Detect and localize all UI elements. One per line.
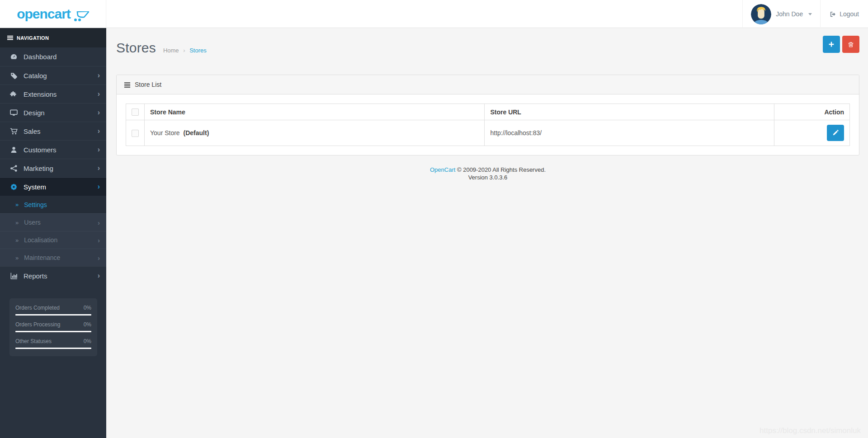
navigation-header: NAVIGATION (0, 28, 106, 47)
action-cell (774, 120, 849, 146)
order-stats-panel: Orders Completed 0% Orders Processing 0%… (9, 298, 97, 356)
breadcrumb: Home › Stores (163, 47, 207, 54)
watermark: https://blog.csdn.net/simonluk (760, 426, 861, 435)
opencart-footer-link[interactable]: OpenCart (430, 166, 455, 173)
sidebar-item-label: System (24, 183, 98, 191)
double-angle-icon: » (15, 237, 19, 244)
caret-down-icon (808, 13, 812, 15)
stat-label: Orders Processing (15, 321, 60, 328)
chevron-right-icon: › (98, 272, 100, 279)
sidebar-item-marketing[interactable]: Marketing › (0, 159, 106, 177)
sidebar-menu-bottom: Reports › (0, 266, 106, 285)
chevron-right-icon: › (98, 127, 100, 135)
double-angle-icon: » (15, 201, 19, 208)
table-header-row: Store Name Store URL Action (126, 104, 850, 120)
bar-chart-icon (10, 272, 18, 280)
add-store-button[interactable] (823, 36, 840, 53)
store-url-cell: http://localhost:83/ (485, 120, 774, 146)
stat-orders-processing: Orders Processing 0% (15, 321, 91, 332)
store-name-cell: Your Store (Default) (145, 120, 485, 146)
sidebar-item-customers[interactable]: Customers › (0, 140, 106, 159)
hamburger-icon (7, 35, 13, 41)
panel-body: Store Name Store URL Action Your Store (… (117, 94, 859, 155)
sidebar-item-label: Customers (24, 146, 98, 154)
column-store-name: Store Name (145, 104, 485, 120)
breadcrumb-home-link[interactable]: Home (163, 47, 179, 54)
sub-item-label: Settings (24, 201, 47, 208)
progress-bar (15, 348, 91, 349)
sidebar-item-label: Reports (24, 272, 98, 280)
sub-item-label: Localisation (24, 236, 57, 244)
stat-orders-completed: Orders Completed 0% (15, 305, 91, 316)
sign-out-icon (830, 11, 836, 18)
sidebar-item-reports[interactable]: Reports › (0, 266, 106, 285)
cart-logo-icon (74, 11, 89, 21)
sidebar-item-label: Dashboard (24, 53, 100, 61)
pencil-icon (832, 130, 839, 136)
delete-store-button[interactable] (842, 36, 859, 53)
avatar (751, 4, 771, 24)
top-header: opencart John Doe (0, 0, 868, 28)
sidebar-item-users[interactable]: » Users › (0, 213, 106, 231)
tag-icon (10, 72, 18, 80)
plus-icon (828, 41, 835, 47)
sidebar: NAVIGATION Dashboard Catalog › (0, 28, 106, 438)
page-title: Stores (116, 40, 156, 56)
logout-button[interactable]: Logout (820, 0, 868, 28)
store-table: Store Name Store URL Action Your Store (… (126, 104, 850, 146)
sidebar-item-system[interactable]: System › (0, 177, 106, 196)
version-text: Version 3.0.3.6 (116, 174, 859, 181)
logout-label: Logout (840, 10, 859, 18)
sidebar-item-dashboard[interactable]: Dashboard (0, 47, 106, 66)
stat-other-statuses: Other Statuses 0% (15, 338, 91, 349)
store-name: Your Store (150, 129, 180, 137)
chevron-right-icon: › (98, 236, 100, 244)
navigation-label: NAVIGATION (17, 35, 49, 41)
edit-store-button[interactable] (827, 125, 844, 141)
chevron-right-icon: › (98, 109, 100, 116)
row-checkbox[interactable] (132, 130, 139, 137)
sidebar-item-design[interactable]: Design › (0, 103, 106, 122)
sidebar-item-localisation[interactable]: » Localisation › (0, 231, 106, 249)
select-all-checkbox[interactable] (132, 108, 139, 116)
progress-bar (15, 331, 91, 332)
monitor-icon (10, 109, 18, 117)
chevron-right-icon: › (98, 90, 100, 98)
gear-icon (10, 183, 18, 191)
chevron-right-icon: › (98, 254, 100, 262)
sidebar-item-extensions[interactable]: Extensions › (0, 85, 106, 103)
sidebar-item-sales[interactable]: Sales › (0, 122, 106, 140)
main-content: Stores Home › Stores (106, 28, 868, 438)
share-icon (10, 165, 18, 172)
chevron-right-icon: › (98, 183, 100, 190)
stat-value: 0% (84, 321, 91, 328)
table-row: Your Store (Default) http://localhost:83… (126, 120, 850, 146)
stat-value: 0% (84, 305, 91, 311)
breadcrumb-stores-link[interactable]: Stores (189, 47, 207, 54)
double-angle-icon: » (15, 254, 19, 261)
puzzle-icon (10, 90, 18, 98)
sidebar-item-catalog[interactable]: Catalog › (0, 66, 106, 85)
sidebar-item-label: Extensions (24, 90, 98, 98)
topbar-right: John Doe Logout (742, 0, 868, 28)
sidebar-item-maintenance[interactable]: » Maintenance › (0, 249, 106, 266)
stat-value: 0% (84, 338, 91, 344)
stat-label: Orders Completed (15, 305, 60, 311)
system-submenu: » Settings » Users › » Localisation › » … (0, 196, 106, 266)
panel-title: Store List (135, 81, 161, 88)
column-action: Action (774, 104, 849, 120)
dashboard-icon (10, 53, 18, 61)
footer: OpenCart © 2009-2020 All Rights Reserved… (116, 166, 859, 181)
breadcrumb-separator: › (183, 47, 185, 54)
page-header: Stores Home › Stores (116, 35, 859, 68)
user-menu[interactable]: John Doe (742, 0, 820, 28)
sidebar-item-label: Design (24, 109, 98, 117)
sidebar-item-settings[interactable]: » Settings (0, 196, 106, 213)
store-name-default-badge: (Default) (184, 129, 209, 137)
progress-bar (15, 314, 91, 316)
shopping-cart-icon (10, 127, 18, 135)
opencart-logo[interactable]: opencart (0, 0, 106, 28)
page-actions (823, 35, 859, 53)
trash-icon (848, 41, 854, 48)
sub-item-label: Maintenance (24, 254, 60, 261)
